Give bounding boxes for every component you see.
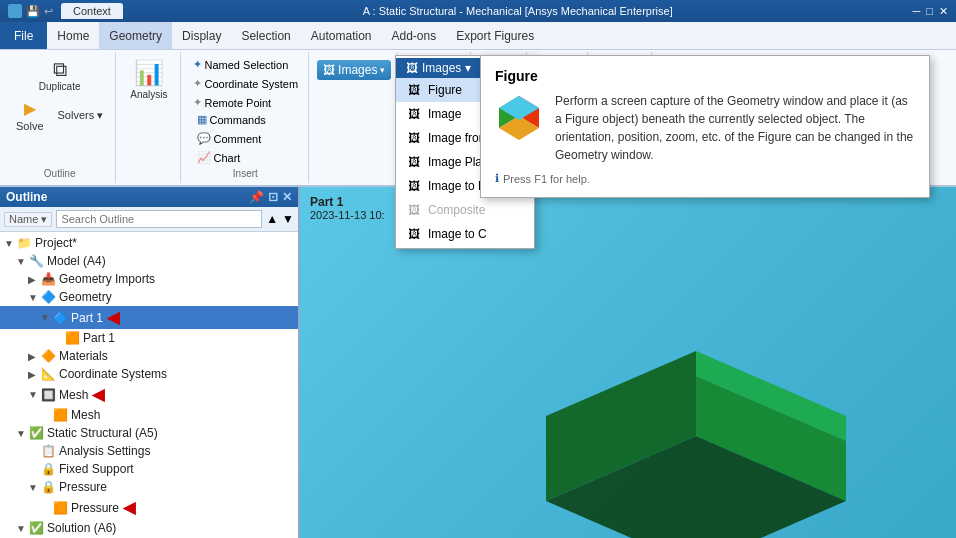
tree-project[interactable]: ▼ 📁 Project* — [0, 234, 298, 252]
tree-part1-parent[interactable]: ▼ 🔷 Part 1 ◀ — [0, 306, 298, 329]
coordinate-system-btn[interactable]: ✦ Coordinate System — [189, 75, 303, 92]
image-to-fi-icon: 🖼 — [406, 178, 422, 194]
coordsys-expander[interactable]: ▶ — [28, 369, 40, 380]
materials-expander[interactable]: ▶ — [28, 351, 40, 362]
app-icons: 💾 ↩ — [8, 4, 53, 18]
menu-geometry[interactable]: Geometry — [99, 22, 172, 49]
comment-icon: 💬 — [197, 132, 211, 145]
tree-mesh[interactable]: ▼ 🔲 Mesh ◀ — [0, 383, 298, 406]
tree-pressure[interactable]: ▼ 🔒 Pressure — [0, 478, 298, 496]
named-selection-btn[interactable]: ✦ Named Selection — [189, 56, 303, 73]
search-outline-input[interactable] — [56, 210, 262, 228]
static-icon: ✅ — [28, 426, 44, 440]
fixed-support-icon: 🔒 — [40, 462, 56, 476]
static-expander[interactable]: ▼ — [16, 428, 28, 439]
tree-geometry[interactable]: ▼ 🔷 Geometry — [0, 288, 298, 306]
close-outline-icon[interactable]: ✕ — [282, 190, 292, 204]
outline-title: Outline — [6, 190, 47, 204]
duplicate-btn[interactable]: ⧉ Duplicate — [33, 56, 87, 95]
coordsys-icon: 📐 — [40, 367, 56, 381]
analysis-settings-icon: 📋 — [40, 444, 56, 458]
name-column-header[interactable]: Name ▾ — [4, 212, 52, 227]
minimize-btn[interactable]: ─ — [913, 5, 921, 18]
geoimports-expander[interactable]: ▶ — [28, 274, 40, 285]
mesh-icon: 🔲 — [40, 388, 56, 402]
search-chevron-up[interactable]: ▲ — [266, 212, 278, 226]
title-text: A : Static Structural - Mechanical [Ansy… — [123, 5, 913, 17]
model-expander[interactable]: ▼ — [16, 256, 28, 267]
ribbon-group-insert-label: Insert — [233, 166, 258, 179]
menu-automation[interactable]: Automation — [301, 22, 382, 49]
project-expander[interactable]: ▼ — [4, 238, 16, 249]
search-chevron-down[interactable]: ▼ — [282, 212, 294, 226]
geoimports-icon: 📥 — [40, 272, 56, 286]
geometry-icon: 🔷 — [40, 290, 56, 304]
tree-materials[interactable]: ▶ 🔶 Materials — [0, 347, 298, 365]
images-dropdown-btn[interactable]: 🖼 Images ▾ — [317, 60, 391, 80]
geo-timestamp: 2023-11-13 10: — [310, 209, 385, 221]
undo-icon[interactable]: ↩ — [44, 5, 53, 18]
tree-part1-child[interactable]: ▶ 🟧 Part 1 — [0, 329, 298, 347]
tree-geoimports[interactable]: ▶ 📥 Geometry Imports — [0, 270, 298, 288]
solve-btn[interactable]: ▶ Solve — [10, 96, 50, 135]
chart-btn[interactable]: 📈 Chart — [193, 149, 307, 166]
mesh-arrow: ◀ — [92, 385, 104, 404]
menu-export-figures[interactable]: Export Figures — [446, 22, 544, 49]
image-to-c-item[interactable]: 🖼 Image to C — [396, 222, 534, 246]
images-dropdown-arrow: ▾ — [380, 65, 385, 75]
analysis-icon: 📊 — [134, 59, 164, 87]
mesh-expander[interactable]: ▼ — [28, 389, 40, 400]
part1-parent-expander[interactable]: ▼ — [40, 312, 52, 323]
tree-coordsys[interactable]: ▶ 📐 Coordinate Systems — [0, 365, 298, 383]
menu-addons[interactable]: Add-ons — [381, 22, 446, 49]
tooltip-title: Figure — [495, 68, 915, 84]
app-icon — [8, 4, 22, 18]
tree-fixed-support[interactable]: ▶ 🔒 Fixed Support — [0, 460, 298, 478]
image-from-icon: 🖼 — [406, 130, 422, 146]
mesh-child-icon: 🟧 — [52, 408, 68, 422]
outline-tree: ▼ 📁 Project* ▼ 🔧 Model (A4) ▶ 📥 Geometry… — [0, 232, 298, 538]
project-icon: 📁 — [16, 236, 32, 250]
tree-static[interactable]: ▼ ✅ Static Structural (A5) — [0, 424, 298, 442]
geometry-expander[interactable]: ▼ — [28, 292, 40, 303]
materials-icon: 🔶 — [40, 349, 56, 363]
context-tab: Context — [61, 3, 123, 19]
commands-icon: ▦ — [197, 113, 207, 126]
duplicate-icon: ⧉ — [53, 59, 67, 79]
part1-child-icon: 🟧 — [64, 331, 80, 345]
float-icon[interactable]: ⊡ — [268, 190, 278, 204]
comment-btn[interactable]: 💬 Comment — [193, 130, 307, 147]
solvers-btn[interactable]: Solvers ▾ — [52, 106, 110, 125]
image-icon: 🖼 — [406, 106, 422, 122]
maximize-btn[interactable]: □ — [926, 5, 933, 18]
close-btn[interactable]: ✕ — [939, 5, 948, 18]
solution-icon: ✅ — [28, 521, 44, 535]
tooltip-content: Perform a screen capture of the Geometry… — [495, 92, 915, 164]
commands-btn[interactable]: ▦ Commands — [193, 111, 307, 128]
remote-point-btn[interactable]: ✦ Remote Point — [189, 94, 303, 111]
composite-icon: 🖼 — [406, 202, 422, 218]
analysis-btn[interactable]: 📊 Analysis — [124, 56, 173, 103]
tree-analysis-settings[interactable]: ▶ 📋 Analysis Settings — [0, 442, 298, 460]
solution-expander[interactable]: ▼ — [16, 523, 28, 534]
tree-model[interactable]: ▼ 🔧 Model (A4) — [0, 252, 298, 270]
figure-tooltip: Figure Perform a screen capture of the G… — [480, 55, 930, 198]
images-icon: 🖼 — [323, 63, 335, 77]
geo-part-info: Part 1 2023-11-13 10: — [310, 195, 385, 221]
coordinate-system-icon: ✦ — [193, 77, 202, 90]
tree-mesh-child[interactable]: ▶ 🟧 Mesh — [0, 406, 298, 424]
pin-icon[interactable]: 📌 — [249, 190, 264, 204]
title-bar: 💾 ↩ Context A : Static Structural - Mech… — [0, 0, 956, 22]
geo-part-name: Part 1 — [310, 195, 385, 209]
outline-panel: Outline 📌 ⊡ ✕ Name ▾ ▲ ▼ ▼ 📁 Project* ▼ — [0, 187, 300, 538]
save-icon[interactable]: 💾 — [26, 5, 40, 18]
model-icon: 🔧 — [28, 254, 44, 268]
menu-selection[interactable]: Selection — [231, 22, 300, 49]
tree-solution[interactable]: ▼ ✅ Solution (A6) — [0, 519, 298, 537]
geometry-3d-box — [536, 341, 856, 538]
tree-pressure-child[interactable]: ▶ 🟧 Pressure ◀ — [0, 496, 298, 519]
menu-display[interactable]: Display — [172, 22, 231, 49]
menu-file[interactable]: File — [0, 22, 47, 49]
menu-home[interactable]: Home — [47, 22, 99, 49]
pressure-expander[interactable]: ▼ — [28, 482, 40, 493]
